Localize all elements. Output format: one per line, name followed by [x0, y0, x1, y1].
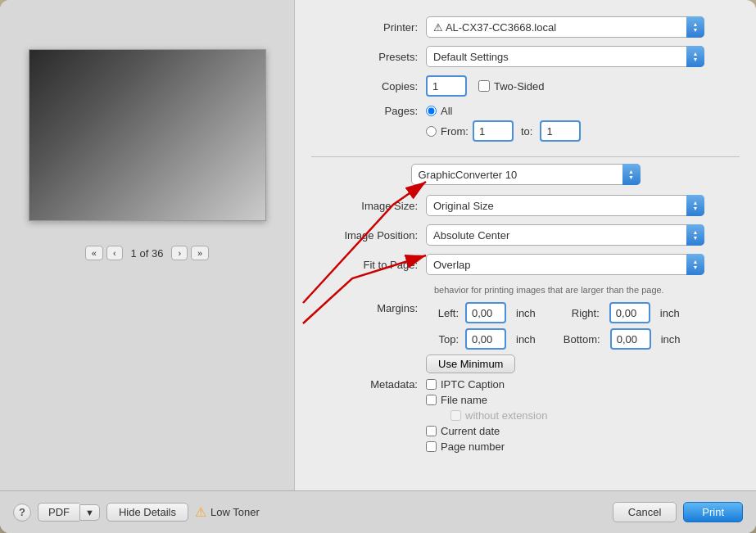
file-name-label: File name — [441, 394, 487, 406]
print-button[interactable]: Print — [683, 502, 743, 522]
separator-1 — [311, 156, 740, 157]
preview-image — [29, 50, 265, 220]
image-size-label: Image Size: — [311, 200, 418, 212]
pages-label: Pages: — [311, 105, 418, 117]
file-name-checkbox[interactable] — [426, 395, 437, 405]
from-pages-label[interactable]: From: to: — [426, 120, 581, 142]
preview-panel: « ‹ 1 of 36 › » — [0, 0, 295, 490]
margins-label: Margins: — [311, 302, 418, 314]
current-date-checkbox[interactable] — [426, 426, 437, 436]
page-number-checkbox[interactable] — [426, 441, 437, 452]
left-margin-input[interactable] — [465, 302, 506, 323]
warning-icon: ⚠ — [195, 504, 206, 520]
section-select-wrapper: GraphicConverter 10 — [411, 164, 641, 185]
from-input[interactable] — [473, 120, 514, 142]
page-info: 1 of 36 — [131, 247, 164, 260]
all-pages-text: All — [441, 105, 452, 117]
image-position-select-wrapper: Absolute Center — [426, 224, 704, 246]
fit-to-page-select-wrapper: Overlap — [426, 254, 704, 275]
fit-to-page-label: Fit to Page: — [311, 259, 418, 271]
image-position-row: Image Position: Absolute Center — [311, 224, 740, 246]
printer-select[interactable]: ⚠ AL-CX37-CC3668.local — [426, 16, 704, 38]
low-toner-warning: ⚠ Low Toner — [195, 504, 260, 520]
image-size-row: Image Size: Original Size — [311, 195, 740, 216]
settings-panel: Printer: ⚠ AL-CX37-CC3668.local Presets:… — [295, 0, 756, 490]
presets-row: Presets: Default Settings — [311, 46, 740, 67]
next-page-button[interactable]: › — [171, 246, 188, 260]
preview-image-container — [29, 49, 266, 221]
printer-label: Printer: — [311, 21, 418, 34]
low-toner-label: Low Toner — [211, 506, 260, 518]
image-position-label: Image Position: — [311, 229, 418, 242]
help-button[interactable]: ? — [13, 504, 31, 522]
last-page-button[interactable]: » — [191, 246, 209, 260]
right-unit: inch — [660, 307, 680, 319]
two-sided-label: Two-Sided — [494, 80, 544, 93]
pdf-button[interactable]: PDF — [38, 503, 79, 522]
page-nav: « ‹ 1 of 36 › » — [85, 246, 209, 260]
image-size-select[interactable]: Original Size — [426, 195, 704, 216]
to-label: to: — [521, 125, 532, 138]
use-minimum-button[interactable]: Use Minimum — [426, 355, 515, 373]
bottom-bar: ? PDF ▼ Hide Details ⚠ Low Toner Cancel … — [0, 490, 756, 533]
margins-fields: Left: inch Right: inch Top: inch Bottom: — [426, 302, 684, 373]
first-page-button[interactable]: « — [85, 246, 103, 260]
to-input[interactable] — [540, 120, 581, 142]
pdf-arrow-button[interactable]: ▼ — [79, 504, 100, 521]
fit-to-page-row: Fit to Page: Overlap — [311, 254, 740, 275]
prev-page-button[interactable]: ‹ — [106, 246, 123, 260]
metadata-fields: IPTC Caption File name without extension… — [426, 378, 547, 456]
file-name-item: File name — [426, 394, 547, 406]
copies-input[interactable] — [426, 75, 467, 97]
section-dropdown-row: GraphicConverter 10 — [311, 164, 740, 185]
all-pages-radio[interactable] — [426, 106, 437, 116]
print-dialog: « ‹ 1 of 36 › » Printer: ⚠ AL-CX37-CC366… — [0, 0, 756, 533]
from-label: From: — [441, 125, 469, 138]
from-pages-radio[interactable] — [426, 126, 437, 137]
without-extension-label: without extension — [465, 409, 547, 422]
copies-row: Copies: Two-Sided — [311, 75, 740, 97]
fit-hint: behavior for printing images that are la… — [426, 283, 740, 296]
right-label: Right: — [572, 307, 600, 319]
image-size-select-wrapper: Original Size — [426, 195, 704, 216]
all-pages-label[interactable]: All — [426, 105, 581, 117]
hide-details-button[interactable]: Hide Details — [106, 503, 188, 522]
left-unit: inch — [516, 307, 536, 319]
two-sided-checkbox-label[interactable]: Two-Sided — [478, 80, 544, 93]
bottom-margin-input[interactable] — [610, 328, 651, 350]
section-select[interactable]: GraphicConverter 10 — [411, 164, 641, 185]
page-number-label: Page number — [441, 440, 505, 453]
use-min-row: Use Minimum — [426, 355, 684, 373]
bottom-unit: inch — [661, 333, 681, 346]
presets-label: Presets: — [311, 51, 418, 63]
without-extension-checkbox[interactable] — [450, 410, 461, 421]
copies-label: Copies: — [311, 80, 418, 93]
presets-select[interactable]: Default Settings — [426, 46, 704, 67]
cancel-button[interactable]: Cancel — [613, 502, 677, 522]
iptc-caption-checkbox[interactable] — [426, 379, 437, 390]
image-position-select[interactable]: Absolute Center — [426, 224, 704, 246]
printer-select-wrapper: ⚠ AL-CX37-CC3668.local — [426, 16, 704, 38]
left-label: Left: — [426, 307, 459, 319]
top-margin-input[interactable] — [465, 328, 506, 350]
top-label: Top: — [426, 333, 459, 346]
iptc-caption-label: IPTC Caption — [441, 378, 505, 391]
top-unit: inch — [516, 333, 536, 346]
fit-to-page-select[interactable]: Overlap — [426, 254, 704, 275]
right-margin-input[interactable] — [609, 302, 650, 323]
margins-row: Margins: Left: inch Right: inch Top: — [311, 302, 740, 373]
pages-row: Pages: All From: to: — [311, 105, 740, 142]
metadata-label: Metadata: — [311, 378, 418, 391]
page-number-item: Page number — [426, 440, 547, 453]
printer-row: Printer: ⚠ AL-CX37-CC3668.local — [311, 16, 740, 38]
margins-tb-row: Top: inch Bottom: inch — [426, 328, 684, 350]
iptc-caption-item: IPTC Caption — [426, 378, 547, 391]
pages-radio-group: All From: to: — [426, 105, 581, 142]
metadata-row: Metadata: IPTC Caption File name without… — [311, 378, 740, 456]
bottom-label: Bottom: — [564, 333, 600, 346]
two-sided-checkbox[interactable] — [478, 80, 490, 92]
fit-hint-text: behavior for printing images that are la… — [434, 285, 664, 295]
current-date-item: Current date — [426, 425, 547, 437]
presets-select-wrapper: Default Settings — [426, 46, 704, 67]
margins-lr-row: Left: inch Right: inch — [426, 302, 684, 323]
